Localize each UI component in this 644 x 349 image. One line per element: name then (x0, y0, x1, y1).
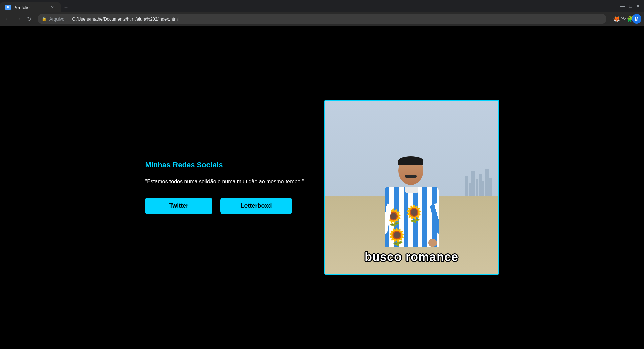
building-7 (485, 169, 489, 196)
section-quote: "Estamos todos numa solidão e numa multi… (145, 178, 304, 186)
tab-bar: P Portfolio ✕ + (0, 0, 616, 12)
building-4 (476, 179, 478, 196)
building-6 (482, 181, 484, 196)
address-url: C:/Users/mathe/Documents/html/alura%202/… (72, 16, 602, 22)
tab-close-btn[interactable]: ✕ (50, 5, 55, 10)
meme-image-container: 🌻🌻🌻 busco romance (324, 100, 499, 275)
fox-icon[interactable]: 🦊 (613, 16, 620, 22)
active-tab[interactable]: P Portfolio ✕ (0, 2, 61, 12)
person-hand (428, 239, 437, 247)
person-mustache (405, 175, 417, 178)
window-controls: — □ ✕ (616, 0, 644, 12)
building-8 (489, 178, 492, 196)
social-buttons: Twitter Letterboxd (145, 198, 304, 214)
profile-button[interactable]: M (632, 14, 641, 24)
person-hair (398, 156, 423, 165)
city-silhouette (465, 169, 492, 196)
maximize-btn[interactable]: □ (629, 3, 632, 9)
address-bar[interactable]: 🔒 Arquivo | C:/Users/mathe/Documents/htm… (38, 14, 606, 24)
left-section: Minhas Redes Sociais "Estamos todos numa… (145, 161, 304, 214)
page-content: Minhas Redes Sociais "Estamos todos numa… (0, 26, 644, 349)
tab-title: Portfolio (13, 5, 30, 10)
section-title: Minhas Redes Sociais (145, 161, 304, 169)
browser-actions: ☆ 🦊 👁 🧩 ⊞ M (610, 14, 641, 24)
address-separator: | (68, 16, 69, 22)
browser-chrome: P Portfolio ✕ + — □ ✕ ← → ↻ 🔒 Arquivo | … (0, 0, 644, 26)
person-head-container (398, 156, 425, 187)
meme-caption: busco romance (325, 250, 498, 264)
reload-button[interactable]: ↻ (24, 14, 34, 24)
twitter-button[interactable]: Twitter (145, 198, 212, 214)
person-collar (405, 187, 418, 193)
person-body-container: 🌻🌻🌻 (385, 187, 439, 247)
eye-icon[interactable]: 👁 (621, 16, 626, 22)
lock-icon: 🔒 (42, 16, 47, 21)
minimize-btn[interactable]: — (620, 3, 625, 9)
letterboxd-button[interactable]: Letterboxd (220, 198, 292, 214)
building-1 (465, 176, 468, 196)
building-2 (469, 183, 471, 196)
right-section: 🌻🌻🌻 busco romance (324, 100, 499, 275)
building-3 (471, 171, 475, 196)
forward-button[interactable]: → (13, 14, 23, 24)
meme-image: 🌻🌻🌻 busco romance (325, 101, 498, 274)
address-label: Arquivo (49, 16, 64, 22)
navigation-bar: ← → ↻ 🔒 Arquivo | C:/Users/mathe/Documen… (0, 12, 644, 26)
new-tab-button[interactable]: + (62, 3, 70, 11)
tab-favicon: P (5, 5, 11, 10)
close-btn[interactable]: ✕ (636, 3, 640, 9)
person-figure: 🌻🌻🌻 (385, 156, 439, 247)
building-5 (479, 174, 482, 196)
back-button[interactable]: ← (3, 14, 12, 24)
extensions-area: 🦊 👁 🧩 ⊞ (621, 14, 631, 24)
page-inner: Minhas Redes Sociais "Estamos todos numa… (120, 100, 524, 275)
